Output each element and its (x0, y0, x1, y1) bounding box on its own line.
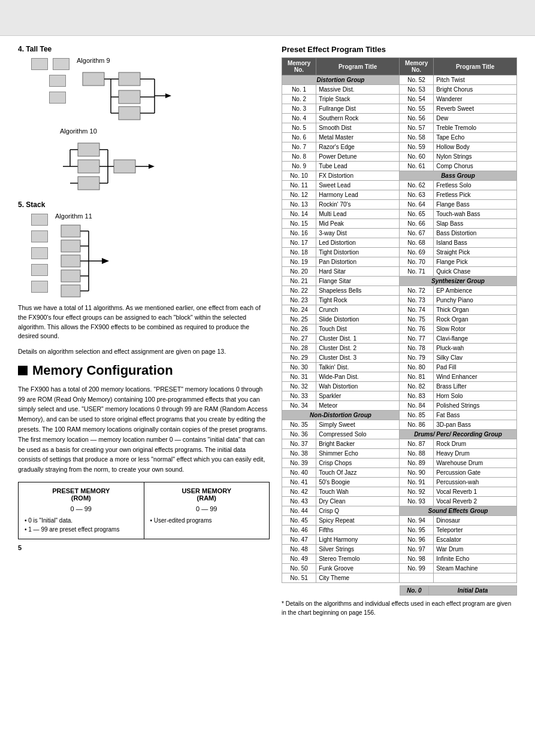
svg-rect-3 (119, 107, 140, 120)
cell-title-left: Tight Distortion (316, 248, 400, 257)
table-row: No. 23Tight RockNo. 73Punchy Piano (282, 296, 517, 305)
cell-no-right: No. 85 (399, 411, 433, 420)
cell-title-left: Led Distortion (316, 238, 400, 248)
cell-title-left: Flange Sitar (316, 277, 400, 286)
cell-no-right: No. 69 (399, 248, 433, 257)
cell-title-left: Touch Wah (316, 487, 400, 497)
table-footnote: * Details on the algorithms and individu… (282, 599, 517, 617)
cell-title-right: 3D-pan Bass (434, 420, 517, 430)
table-row: No. 4Southern RockNo. 56Dew (282, 114, 517, 123)
cell-no-right: No. 95 (399, 526, 433, 535)
cell-title-right: Touch-wah Bass (434, 210, 517, 219)
cell-no-right: No. 90 (399, 468, 433, 478)
table-row: No. 33SparklerNo. 83Horn Solo (282, 391, 517, 401)
group-header-right: Bass Group (399, 171, 516, 181)
stack-section: 5. Stack (18, 201, 270, 297)
cell-no-right: No. 82 (399, 382, 433, 391)
cell-no-right: No. 88 (399, 449, 433, 459)
cell-no-left: No. 22 (282, 286, 316, 296)
cell-no-right: No. 53 (399, 85, 433, 95)
table-row: No. 8Power DetuneNo. 60Nylon Strings (282, 152, 517, 162)
cell-title-left: Compressed Solo (316, 430, 400, 439)
algo11-left-blocks (30, 212, 49, 294)
cell-no-left: No. 34 (282, 401, 316, 411)
stack-heading: 5. Stack (18, 201, 270, 209)
cell-title-right: Bright Chorus (434, 85, 517, 95)
cell-title-left: 3-way Dist (316, 229, 400, 238)
cell-title-right: Punchy Piano (434, 296, 517, 305)
cell-no-right: No. 66 (399, 219, 433, 229)
col-header-memory-no-left: Memory No. (282, 58, 316, 75)
cell-title-left: Sparkler (316, 391, 400, 401)
cell-title-left: Metal Master (316, 133, 400, 142)
cell-title-left: Fullrange Dist (316, 104, 400, 114)
cell-no-right: No. 71 (399, 267, 433, 277)
cell-no-right: No. 55 (399, 104, 433, 114)
initial-data-table: No. 0 Initial Data (400, 585, 518, 596)
table-row: No. 30Talkin' Dist.No. 80Pad Fill (282, 363, 517, 372)
table-row: No. 37Bright BackerNo. 87Rock Drum (282, 439, 517, 449)
cell-title-left: Shapeless Bells (316, 286, 400, 296)
cell-title-right: Polished Strings (434, 401, 517, 411)
cell-title-right: EP Ambience (434, 286, 517, 296)
cell-no-left: No. 6 (282, 133, 316, 142)
cell-title-left: Wide-Pan Dist. (316, 372, 400, 382)
cell-title-left: Simply Sweet (316, 420, 400, 430)
cell-no-left: No. 45 (282, 516, 316, 526)
cell-title-right: Rock Organ (434, 315, 517, 324)
memory-table: PRESET MEMORY(ROM) 0 — 99 • 0 is "Initia… (18, 482, 270, 539)
cell-title-right: Island Bass (434, 238, 517, 248)
cell-no-left: No. 11 (282, 181, 316, 190)
cell-no-right: No. 79 (399, 353, 433, 363)
cell-title-left: Talkin' Dist. (316, 363, 400, 372)
table-row: No. 18Tight DistortionNo. 69Straight Pic… (282, 248, 517, 257)
top-bar (0, 0, 535, 36)
svg-rect-31 (61, 240, 80, 252)
cell-no-left: No. 32 (282, 382, 316, 391)
cell-title-right: Vocal Reverb 2 (434, 497, 517, 506)
cell-no-left: No. 49 (282, 554, 316, 564)
table-row: No. 20Hard SitarNo. 71Quick Chase (282, 267, 517, 277)
cell-title-left: Rockin' 70's (316, 200, 400, 210)
block-box (31, 214, 48, 226)
cell-no-left: No. 5 (282, 123, 316, 133)
table-row: Distortion GroupNo. 52Pitch Twist (282, 75, 517, 85)
table-row: No. 7Razor's EdgeNo. 59Hollow Body (282, 142, 517, 152)
user-mem-range: 0 — 99 (150, 505, 264, 512)
cell-no-right: No. 65 (399, 210, 433, 219)
algo9-label: Algorithm 9 (77, 57, 185, 64)
cell-no-right: No. 89 (399, 459, 433, 468)
cell-no-right: No. 59 (399, 142, 433, 152)
cell-title-right: Heavy Drum (434, 449, 517, 459)
cell-title-left: Razor's Edge (316, 142, 400, 152)
table-row: No. 9Tube LeadNo. 61Comp Chorus (282, 162, 517, 171)
cell-no-52: No. 52 (399, 75, 433, 85)
block-box (31, 58, 48, 70)
cell-no-left: No. 30 (282, 363, 316, 372)
cell-title-right: Steam Machine (434, 564, 517, 573)
svg-rect-18 (78, 177, 99, 190)
cell-title-left: Bright Backer (316, 439, 400, 449)
cell-title-right: Flange Bass (434, 200, 517, 210)
table-row: No. 5Smooth DistNo. 57Treble Tremolo (282, 123, 517, 133)
cell-title-right: Slap Bass (434, 219, 517, 229)
cell-title-right (434, 573, 517, 583)
table-row: No. 10FX DistortionBass Group (282, 171, 517, 181)
table-row: No. 6Metal MasterNo. 58Tape Echo (282, 133, 517, 142)
cell-title-left: Crunch (316, 305, 400, 315)
cell-title-left: Cluster Dist. 2 (316, 344, 400, 353)
cell-no-right: No. 98 (399, 554, 433, 564)
table-row: No. 12Harmony LeadNo. 63Fretless Pick (282, 190, 517, 200)
algo9-diagram: Algorithm 9 (77, 57, 185, 122)
tall-tee-heading: 4. Tall Tee (18, 45, 270, 53)
preset-mem-range: 0 — 99 (25, 505, 138, 512)
cell-no-left: No. 18 (282, 248, 316, 257)
block-box (31, 281, 48, 293)
cell-title-right: Wind Enhancer (434, 372, 517, 382)
block-box (31, 247, 48, 259)
table-row: No. 36Compressed SoloDrums/ Perc/ Record… (282, 430, 517, 439)
cell-title-left: Fifths (316, 526, 400, 535)
table-row: No. 1Massive Dist.No. 53Bright Chorus (282, 85, 517, 95)
cell-title-right: Comp Chorus (434, 162, 517, 171)
group-header-right: Synthesizer Group (399, 277, 516, 286)
